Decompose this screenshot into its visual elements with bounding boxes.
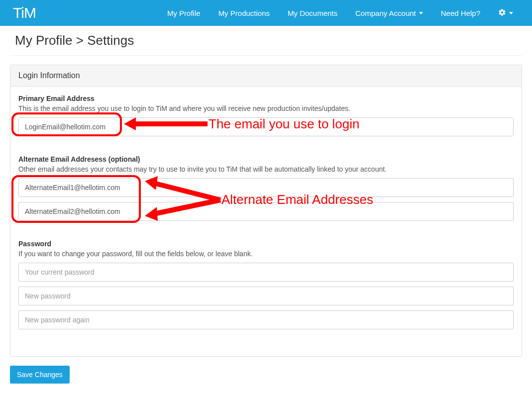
navbar: TiM My Profile My Productions My Documen…	[0, 0, 532, 26]
nav-company-account[interactable]: Company Account	[346, 1, 432, 25]
gear-icon	[498, 8, 506, 18]
primary-email-section: Primary Email Address This is the email …	[18, 95, 514, 141]
alternate-email-section: Alternate Email Addresess (optional) Oth…	[18, 155, 514, 226]
password-help: If you want to change your password, fil…	[18, 250, 514, 258]
nav-company-account-label: Company Account	[355, 9, 416, 17]
nav-my-profile[interactable]: My Profile	[158, 1, 210, 25]
panel-title: Login Information	[10, 65, 522, 87]
nav-need-help[interactable]: Need Help?	[432, 1, 489, 25]
login-info-panel: Login Information Primary Email Address …	[10, 65, 522, 357]
new-password-input[interactable]	[18, 287, 514, 305]
password-label: Password	[18, 240, 514, 248]
current-password-input[interactable]	[18, 263, 514, 282]
password-section: Password If you want to change your pass…	[18, 240, 514, 334]
new-password-again-input[interactable]	[18, 310, 514, 329]
alternate-email-label: Alternate Email Addresess (optional)	[18, 155, 514, 163]
breadcrumb: My Profile > Settings	[10, 28, 522, 56]
nav-settings-gear[interactable]	[489, 0, 522, 26]
alternate-email-help: Other email addresses your contacts may …	[18, 165, 514, 173]
panel-body: Primary Email Address This is the email …	[10, 87, 522, 356]
page: My Profile > Settings Login Information …	[0, 26, 532, 394]
chevron-down-icon	[509, 12, 513, 14]
primary-email-input[interactable]	[18, 117, 514, 136]
logo[interactable]: TiM	[13, 4, 36, 21]
nav-links: My Profile My Productions My Documents C…	[158, 0, 522, 26]
nav-my-documents[interactable]: My Documents	[279, 1, 346, 25]
primary-email-help: This is the email address you use to log…	[18, 104, 514, 112]
nav-my-productions[interactable]: My Productions	[210, 1, 279, 25]
chevron-down-icon	[419, 12, 423, 14]
save-changes-button[interactable]: Save Changes	[10, 366, 70, 384]
primary-email-label: Primary Email Address	[18, 95, 514, 102]
alternate-email-1-input[interactable]	[18, 178, 514, 197]
alternate-email-2-input[interactable]	[18, 202, 514, 221]
